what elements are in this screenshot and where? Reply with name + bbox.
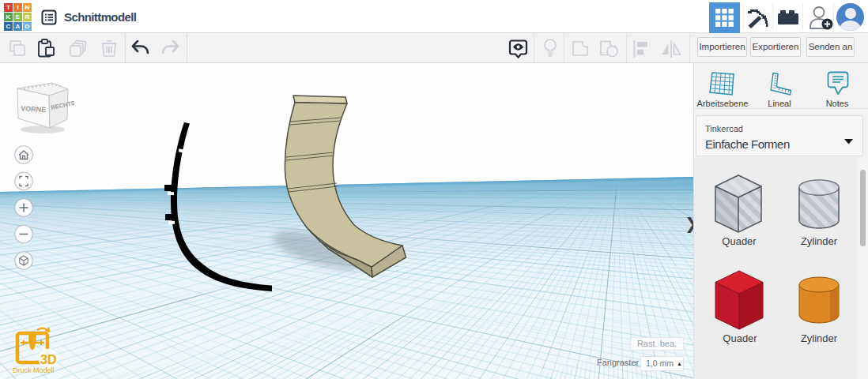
svg-text:3D: 3D xyxy=(40,353,56,366)
svg-text:Druck Modell: Druck Modell xyxy=(13,366,55,374)
